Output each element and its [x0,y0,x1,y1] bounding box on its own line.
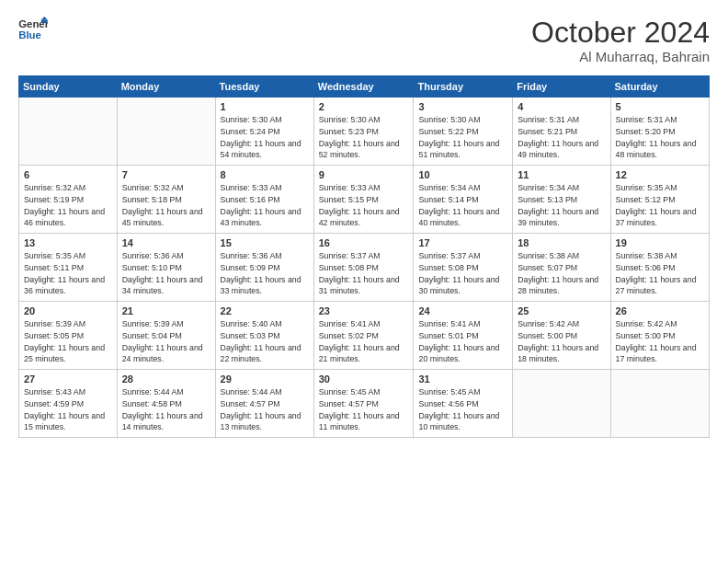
day-number: 8 [221,169,309,180]
logo-icon: General Blue [18,17,48,42]
calendar-cell: 24Sunrise: 5:41 AM Sunset: 5:01 PM Dayli… [414,302,513,370]
calendar-cell [19,98,118,166]
calendar-cell: 10Sunrise: 5:34 AM Sunset: 5:14 PM Dayli… [414,166,513,234]
day-info: Sunrise: 5:39 AM Sunset: 5:05 PM Dayligh… [24,318,112,365]
calendar-cell: 20Sunrise: 5:39 AM Sunset: 5:05 PM Dayli… [19,302,118,370]
day-number: 29 [221,373,309,385]
day-number: 27 [24,373,112,385]
day-info: Sunrise: 5:32 AM Sunset: 5:19 PM Dayligh… [24,182,112,229]
calendar-cell: 5Sunrise: 5:31 AM Sunset: 5:20 PM Daylig… [610,98,709,166]
svg-text:Blue: Blue [18,29,41,40]
day-number: 14 [122,237,210,248]
day-info: Sunrise: 5:33 AM Sunset: 5:16 PM Dayligh… [221,182,309,229]
calendar-cell: 8Sunrise: 5:33 AM Sunset: 5:16 PM Daylig… [215,166,313,234]
day-number: 12 [616,169,704,180]
calendar-cell: 19Sunrise: 5:38 AM Sunset: 5:06 PM Dayli… [610,234,709,302]
day-info: Sunrise: 5:34 AM Sunset: 5:14 PM Dayligh… [418,182,507,229]
title-block: October 2024 Al Muharraq, Bahrain [531,17,710,64]
day-number: 20 [24,305,112,316]
weekday-header: Tuesday [215,76,313,98]
calendar-cell: 7Sunrise: 5:32 AM Sunset: 5:18 PM Daylig… [117,166,215,234]
day-number: 1 [221,101,309,112]
day-info: Sunrise: 5:40 AM Sunset: 5:03 PM Dayligh… [221,318,309,365]
day-number: 31 [418,373,507,385]
calendar-cell: 30Sunrise: 5:45 AM Sunset: 4:57 PM Dayli… [313,370,414,438]
day-info: Sunrise: 5:38 AM Sunset: 5:07 PM Dayligh… [518,250,605,297]
day-info: Sunrise: 5:34 AM Sunset: 5:13 PM Dayligh… [518,182,605,229]
weekday-header: Saturday [610,76,709,98]
day-number: 23 [319,305,409,316]
day-info: Sunrise: 5:33 AM Sunset: 5:15 PM Dayligh… [319,182,409,229]
day-info: Sunrise: 5:41 AM Sunset: 5:02 PM Dayligh… [319,318,409,365]
day-info: Sunrise: 5:31 AM Sunset: 5:20 PM Dayligh… [616,114,704,161]
day-info: Sunrise: 5:41 AM Sunset: 5:01 PM Dayligh… [418,318,507,365]
day-info: Sunrise: 5:43 AM Sunset: 4:59 PM Dayligh… [24,386,112,433]
calendar-cell: 29Sunrise: 5:44 AM Sunset: 4:57 PM Dayli… [215,370,313,438]
page-header: General Blue October 2024 Al Muharraq, B… [18,17,710,64]
day-info: Sunrise: 5:45 AM Sunset: 4:57 PM Dayligh… [319,386,409,433]
day-number: 4 [518,101,605,112]
day-info: Sunrise: 5:42 AM Sunset: 5:00 PM Dayligh… [616,318,704,365]
weekday-header: Monday [117,76,215,98]
day-info: Sunrise: 5:36 AM Sunset: 5:09 PM Dayligh… [221,250,309,297]
calendar-cell: 28Sunrise: 5:44 AM Sunset: 4:58 PM Dayli… [117,370,215,438]
day-number: 10 [418,169,507,180]
day-number: 9 [319,169,409,180]
weekday-header: Thursday [414,76,513,98]
day-number: 26 [616,305,704,316]
calendar-cell: 12Sunrise: 5:35 AM Sunset: 5:12 PM Dayli… [610,166,709,234]
day-number: 18 [518,237,605,248]
calendar-cell [117,98,215,166]
day-info: Sunrise: 5:44 AM Sunset: 4:57 PM Dayligh… [221,386,309,433]
day-info: Sunrise: 5:30 AM Sunset: 5:24 PM Dayligh… [221,114,309,161]
day-info: Sunrise: 5:30 AM Sunset: 5:23 PM Dayligh… [319,114,409,161]
day-info: Sunrise: 5:45 AM Sunset: 4:56 PM Dayligh… [418,386,507,433]
day-info: Sunrise: 5:30 AM Sunset: 5:22 PM Dayligh… [418,114,507,161]
weekday-header: Friday [513,76,610,98]
calendar-cell: 2Sunrise: 5:30 AM Sunset: 5:23 PM Daylig… [313,98,414,166]
day-number: 24 [418,305,507,316]
day-info: Sunrise: 5:37 AM Sunset: 5:08 PM Dayligh… [319,250,409,297]
day-number: 16 [319,237,409,248]
calendar-cell [513,370,610,438]
day-info: Sunrise: 5:38 AM Sunset: 5:06 PM Dayligh… [616,250,704,297]
calendar-cell: 14Sunrise: 5:36 AM Sunset: 5:10 PM Dayli… [117,234,215,302]
day-number: 22 [221,305,309,316]
calendar-cell: 22Sunrise: 5:40 AM Sunset: 5:03 PM Dayli… [215,302,313,370]
calendar-cell: 6Sunrise: 5:32 AM Sunset: 5:19 PM Daylig… [19,166,118,234]
calendar-cell: 18Sunrise: 5:38 AM Sunset: 5:07 PM Dayli… [513,234,610,302]
weekday-header: Wednesday [313,76,414,98]
calendar-table: SundayMondayTuesdayWednesdayThursdayFrid… [18,75,710,438]
calendar-cell: 13Sunrise: 5:35 AM Sunset: 5:11 PM Dayli… [19,234,118,302]
day-number: 30 [319,373,409,385]
day-number: 13 [24,237,112,248]
day-info: Sunrise: 5:31 AM Sunset: 5:21 PM Dayligh… [518,114,605,161]
calendar-cell: 31Sunrise: 5:45 AM Sunset: 4:56 PM Dayli… [414,370,513,438]
day-number: 6 [24,169,112,180]
calendar-cell: 23Sunrise: 5:41 AM Sunset: 5:02 PM Dayli… [313,302,414,370]
calendar-cell: 1Sunrise: 5:30 AM Sunset: 5:24 PM Daylig… [215,98,313,166]
month-title: October 2024 [531,17,710,49]
day-info: Sunrise: 5:37 AM Sunset: 5:08 PM Dayligh… [418,250,507,297]
svg-marker-3 [41,20,48,24]
day-number: 21 [122,305,210,316]
day-number: 7 [122,169,210,180]
day-info: Sunrise: 5:42 AM Sunset: 5:00 PM Dayligh… [518,318,605,365]
day-info: Sunrise: 5:35 AM Sunset: 5:12 PM Dayligh… [616,182,704,229]
calendar-cell: 27Sunrise: 5:43 AM Sunset: 4:59 PM Dayli… [19,370,118,438]
weekday-header: Sunday [19,76,118,98]
day-info: Sunrise: 5:39 AM Sunset: 5:04 PM Dayligh… [122,318,210,365]
calendar-cell: 25Sunrise: 5:42 AM Sunset: 5:00 PM Dayli… [513,302,610,370]
calendar-cell: 15Sunrise: 5:36 AM Sunset: 5:09 PM Dayli… [215,234,313,302]
day-number: 17 [418,237,507,248]
day-info: Sunrise: 5:44 AM Sunset: 4:58 PM Dayligh… [122,386,210,433]
calendar-cell [610,370,709,438]
day-info: Sunrise: 5:36 AM Sunset: 5:10 PM Dayligh… [122,250,210,297]
day-info: Sunrise: 5:32 AM Sunset: 5:18 PM Dayligh… [122,182,210,229]
day-number: 19 [616,237,704,248]
calendar-cell: 3Sunrise: 5:30 AM Sunset: 5:22 PM Daylig… [414,98,513,166]
calendar-cell: 9Sunrise: 5:33 AM Sunset: 5:15 PM Daylig… [313,166,414,234]
day-number: 25 [518,305,605,316]
calendar-cell: 26Sunrise: 5:42 AM Sunset: 5:00 PM Dayli… [610,302,709,370]
day-info: Sunrise: 5:35 AM Sunset: 5:11 PM Dayligh… [24,250,112,297]
